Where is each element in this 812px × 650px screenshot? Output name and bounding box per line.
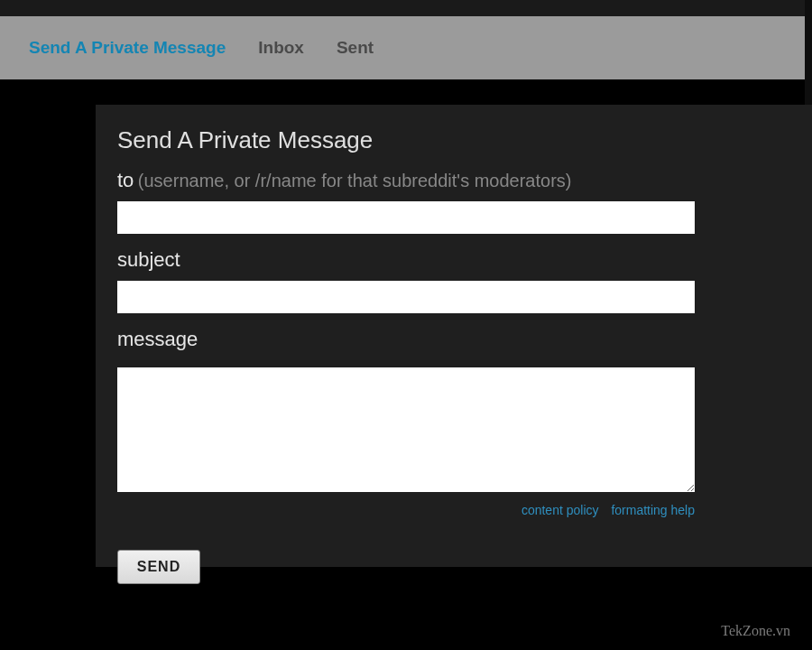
helper-links-row: content policy formatting help — [117, 503, 695, 517]
subject-field-group: subject — [117, 248, 812, 313]
send-button[interactable]: SEND — [117, 550, 200, 584]
content-policy-link[interactable]: content policy — [521, 503, 599, 517]
subject-input[interactable] — [117, 281, 695, 313]
subject-label: subject — [117, 248, 180, 271]
message-textarea[interactable] — [117, 367, 695, 492]
to-label: to — [117, 169, 134, 191]
tab-bar: Send A Private Message Inbox Sent — [0, 16, 812, 79]
form-title: Send A Private Message — [117, 126, 812, 154]
to-hint: (username, or /r/name for that subreddit… — [138, 171, 572, 190]
top-strip — [0, 0, 812, 16]
tab-sent[interactable]: Sent — [337, 38, 374, 58]
to-input[interactable] — [117, 201, 695, 234]
message-label: message — [117, 328, 198, 350]
tab-inbox[interactable]: Inbox — [258, 38, 304, 58]
tab-send-private-message[interactable]: Send A Private Message — [29, 38, 226, 58]
to-field-group: to (username, or /r/name for that subred… — [117, 169, 812, 234]
compose-form-panel: Send A Private Message to (username, or … — [96, 105, 812, 567]
formatting-help-link[interactable]: formatting help — [611, 503, 695, 517]
message-field-group: message content policy formatting help — [117, 328, 812, 517]
watermark: TekZone.vn — [721, 623, 790, 639]
